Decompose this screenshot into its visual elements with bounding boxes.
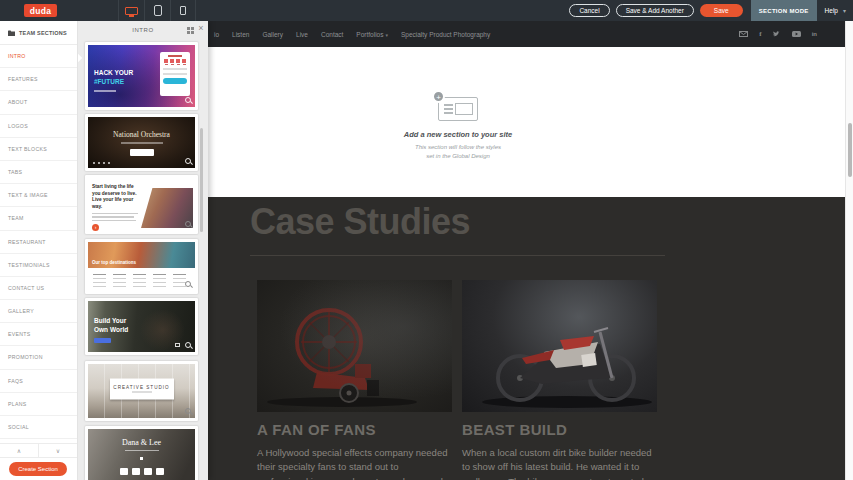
thumbnail-headline: Dana & Lee <box>88 429 195 447</box>
thumbnail-text-column: Start living the life you deserve to liv… <box>92 184 142 231</box>
sidebar-pager: ∧ ∨ <box>0 443 77 458</box>
nav-item-listen[interactable]: Listen <box>232 31 249 38</box>
sidebar-item-plans[interactable]: PLANS <box>0 393 77 416</box>
create-section-button[interactable]: Create Section <box>9 462 67 476</box>
site-canvas: io Listen Gallery Live Contact Portfolio… <box>208 21 845 480</box>
section-thumbnail-dana-lee[interactable]: Dana & Lee <box>85 426 198 480</box>
nav-item-portfolios[interactable]: Portfolios▾ <box>356 31 388 38</box>
scrollbar-thumb[interactable] <box>848 123 852 177</box>
sidebar-item-text-image[interactable]: TEXT & IMAGE <box>0 184 77 207</box>
headline-line1: Build Your <box>94 316 128 325</box>
section-thumbnail-top-destinations[interactable]: Our top destinations <box>85 239 198 294</box>
sidebar-item-intro[interactable]: INTRO <box>0 45 77 68</box>
article-text: A Hollywood special effects company need… <box>257 446 452 480</box>
topbar-actions: Cancel Save & Add Another Save SECTION M… <box>569 0 853 21</box>
panel-header: INTRO × <box>78 21 208 39</box>
sidebar-item-events[interactable]: EVENTS <box>0 323 77 346</box>
thumbnail-headline: Build Your Own World <box>94 316 128 334</box>
zoom-preview-icon[interactable] <box>185 158 191 164</box>
zoom-preview-icon[interactable] <box>185 221 191 227</box>
section-thumbnail-build-your-own-world[interactable]: Build Your Own World <box>85 298 198 355</box>
dirt-bike-illustration <box>462 280 657 412</box>
email-icon[interactable] <box>739 31 748 37</box>
thumbnail-headline: HACK YOUR #FUTURE <box>94 69 133 92</box>
sidebar-item-logos[interactable]: LOGOS <box>0 115 77 138</box>
section-thumbnail-creative-studio[interactable]: CREATIVE STUDIO <box>85 361 198 421</box>
thumbnail-image: Build Your Own World <box>88 301 195 352</box>
images-stack-icon <box>175 343 180 347</box>
section-thumbnail-hack-your-future[interactable]: HACK YOUR #FUTURE <box>85 42 198 110</box>
grid-view-icon[interactable] <box>187 27 194 34</box>
desktop-view-button[interactable] <box>118 0 144 21</box>
page-scrollbar[interactable] <box>845 21 853 480</box>
sections-sidebar: TEAM SECTIONS INTRO FEATURES ABOUT LOGOS… <box>0 21 78 480</box>
placeholder-subtitle-line2: set in the Global Design <box>338 152 578 161</box>
nav-item-specialty-product-photography[interactable]: Specialty Product Photography <box>401 31 490 38</box>
sidebar-item-team[interactable]: TEAM <box>0 207 77 230</box>
add-section-placeholder[interactable]: + Add a new section to your site This se… <box>338 97 578 162</box>
twitter-icon[interactable] <box>773 31 781 37</box>
sidebar-item-social[interactable]: SOCIAL <box>0 416 77 439</box>
nav-item-partial[interactable]: io <box>214 31 219 38</box>
nav-item-live[interactable]: Live <box>296 31 308 38</box>
nav-item-label: Portfolios <box>356 31 383 38</box>
youtube-icon[interactable] <box>792 31 801 37</box>
mobile-view-button[interactable] <box>170 0 196 21</box>
top-bar: duda Cancel Save & Add Another Save SECT… <box>0 0 853 21</box>
cancel-button[interactable]: Cancel <box>569 4 609 17</box>
sidebar-item-faqs[interactable]: FAQS <box>0 370 77 393</box>
nav-menu: io Listen Gallery Live Contact Portfolio… <box>208 31 490 38</box>
section-title: Case Studies <box>250 201 470 243</box>
thumbnail-headline: National Orchestra <box>88 117 195 139</box>
zoom-preview-icon[interactable] <box>185 281 191 287</box>
zoom-preview-icon[interactable] <box>185 342 191 348</box>
article-text: When a local custom dirt bike builder ne… <box>462 446 657 480</box>
intro-sections-panel: INTRO × HACK YOUR #FUTURE <box>78 21 208 480</box>
nav-item-gallery[interactable]: Gallery <box>262 31 283 38</box>
thumbnail-image: CREATIVE STUDIO <box>88 364 195 418</box>
sidebar-item-tabs[interactable]: TABS <box>0 161 77 184</box>
nav-item-contact[interactable]: Contact <box>321 31 343 38</box>
facebook-icon[interactable]: f <box>759 31 761 38</box>
scroll-down-button[interactable]: ∨ <box>39 444 77 457</box>
panel-title: INTRO <box>132 27 154 33</box>
sidebar-item-promotion[interactable]: PROMOTION <box>0 346 77 369</box>
sidebar-item-about[interactable]: ABOUT <box>0 91 77 114</box>
case-studies-section: Case Studies <box>208 197 845 480</box>
section-mode-badge: SECTION MODE <box>751 0 817 21</box>
sidebar-item-restaurant[interactable]: RESTAURANT <box>0 231 77 254</box>
section-thumbnail-start-living[interactable]: Start living the life you deserve to liv… <box>85 175 198 234</box>
countdown-boxes <box>88 468 195 475</box>
sidebar-item-gallery[interactable]: GALLERY <box>0 300 77 323</box>
arrow-cta-icon: › <box>92 224 99 231</box>
tablet-view-button[interactable] <box>144 0 170 21</box>
help-menu[interactable]: Help <box>825 7 838 14</box>
signup-form-card <box>160 52 190 96</box>
close-icon[interactable]: × <box>198 23 204 33</box>
zoom-preview-icon[interactable] <box>185 408 191 414</box>
sidebar-item-testimonials[interactable]: TESTIMONIALS <box>0 254 77 277</box>
headline-line2: #FUTURE <box>94 78 133 87</box>
text-bar <box>94 90 116 92</box>
sidebar-item-contact-us[interactable]: CONTACT US <box>0 277 77 300</box>
panel-scrollbar[interactable] <box>200 128 203 232</box>
linkedin-icon[interactable]: in <box>812 31 817 37</box>
save-button[interactable]: Save <box>700 4 743 17</box>
thumbnail-image: HACK YOUR #FUTURE <box>88 45 195 107</box>
section-thumbnail-national-orchestra[interactable]: National Orchestra <box>85 114 198 171</box>
duda-logo[interactable]: duda <box>24 4 57 17</box>
sidebar-item-text-blocks[interactable]: TEXT BLOCKS <box>0 138 77 161</box>
thumbnail-image: National Orchestra <box>88 117 195 168</box>
zoom-preview-icon[interactable] <box>185 97 191 103</box>
chevron-down-icon[interactable]: ▾ <box>843 7 846 14</box>
headline-line2: Own World <box>94 325 128 334</box>
subtitle-bar <box>125 450 159 451</box>
scroll-up-button[interactable]: ∧ <box>0 444 39 457</box>
slider-dots <box>93 162 110 164</box>
case-study-fan: A FAN OF FANS A Hollywood special effect… <box>257 280 452 480</box>
sidebar-item-features[interactable]: FEATURES <box>0 68 77 91</box>
article-title: A FAN OF FANS <box>257 421 452 438</box>
sidebar-header-label: TEAM SECTIONS <box>19 30 67 36</box>
placeholder-title: Add a new section to your site <box>338 130 578 139</box>
save-add-another-button[interactable]: Save & Add Another <box>616 4 694 17</box>
